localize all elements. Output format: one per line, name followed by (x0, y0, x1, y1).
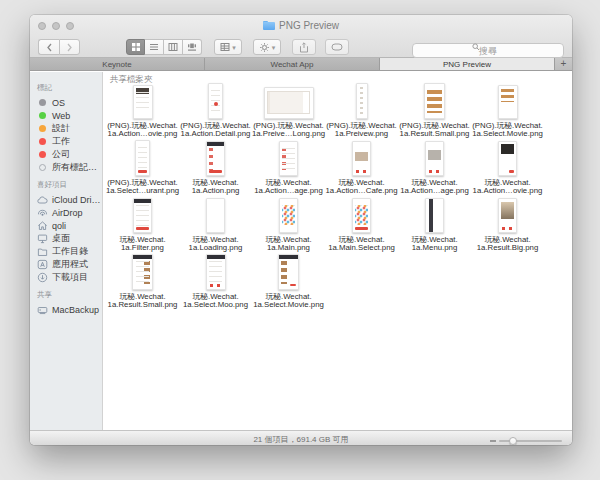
window-title: PNG Preview (30, 20, 572, 31)
thumbnail-detail-photo-mid (355, 152, 369, 161)
sidebar-item-icloud-dri[interactable]: iCloud Dri… (37, 193, 102, 206)
file-item[interactable]: 玩秘.Wechat.1a.Select.Moo.png (179, 254, 252, 311)
coverflow-view-button[interactable] (183, 39, 202, 55)
sidebar-item-工作[interactable]: 工作 (37, 135, 102, 148)
file-thumbnail[interactable] (135, 140, 150, 176)
tag-color-dot (39, 99, 46, 106)
airdrop-icon (37, 207, 48, 218)
file-item[interactable]: 玩秘.Wechat.1a.Action…ovie.png (471, 140, 544, 197)
file-item[interactable]: 玩秘.Wechat.1a.Select.Movie.png (252, 254, 325, 311)
file-item[interactable]: (PNG).玩秘.Wechat.1a.Result.Small.png (398, 83, 471, 140)
file-thumbnail[interactable] (264, 87, 314, 119)
sidebar-item-qoli[interactable]: qoli (37, 219, 102, 232)
share-button[interactable] (292, 39, 316, 55)
back-button[interactable] (38, 39, 59, 55)
file-item[interactable]: 玩秘.Wechat.1a.Main.png (252, 197, 325, 254)
list-view-button[interactable] (145, 39, 164, 55)
thumbnail-detail-dark-sidebar (429, 199, 434, 232)
slider-knob[interactable] (509, 437, 517, 445)
file-name: 玩秘.Wechat.1a.Action.png (192, 179, 240, 196)
sidebar-item-桌面[interactable]: 桌面 (37, 232, 102, 245)
file-thumbnail[interactable] (206, 141, 225, 176)
file-name: 玩秘.Wechat.1a.Select.Moo.png (183, 293, 248, 310)
thumbnail-detail-lines (136, 92, 149, 113)
chevron-down-icon: ▾ (232, 44, 236, 51)
thumbnail-detail-grid-color (355, 205, 367, 225)
sidebar-item-設計[interactable]: 設計 (37, 122, 102, 135)
file-thumbnail[interactable] (425, 141, 444, 176)
file-item[interactable]: 玩秘.Wechat.1a.Result.Big.png (471, 197, 544, 254)
icon-view-button[interactable] (126, 39, 145, 55)
file-item[interactable]: 玩秘.Wechat.1a.Action.png (179, 140, 252, 197)
sidebar-item-os[interactable]: OS (37, 96, 102, 109)
file-thumbnail[interactable] (424, 83, 445, 119)
file-thumbnail[interactable] (356, 83, 368, 119)
arrange-menu-button[interactable]: ▾ (214, 39, 242, 55)
file-thumbnail[interactable] (352, 141, 371, 176)
file-name: 玩秘.Wechat.1a.Action…ovie.png (473, 179, 543, 196)
tab-keynote[interactable]: Keynote (30, 58, 205, 70)
sidebar-item-label: OS (52, 98, 65, 108)
file-item[interactable]: 玩秘.Wechat.1a.Menu.png (398, 197, 471, 254)
tab-wechat-app[interactable]: Wechat App (205, 58, 380, 70)
file-item[interactable]: (PNG).玩秘.Wechat.1a.Preive…Long.png (252, 83, 325, 140)
file-item[interactable]: (PNG).玩秘.Wechat.1a.Select.Movie.png (471, 83, 544, 140)
new-tab-button[interactable]: + (555, 58, 572, 70)
title-bar[interactable]: PNG Preview (30, 15, 572, 37)
sidebar-item-airdrop[interactable]: AirDrop (37, 206, 102, 219)
file-thumbnail[interactable] (352, 198, 371, 233)
icon-size-slider[interactable] (490, 437, 562, 445)
file-thumbnail[interactable] (206, 254, 226, 290)
file-item[interactable]: 玩秘.Wechat.1a.Main.Select.png (325, 197, 398, 254)
thumbnail-detail-darkhead (134, 199, 151, 203)
tag-icon (331, 43, 343, 51)
file-browser[interactable]: 共享檔案夾 (PNG).玩秘.Wechat.1a.Action…ovie.png… (103, 72, 572, 430)
column-view-button[interactable] (164, 39, 183, 55)
sidebar-item-應用程式[interactable]: 應用程式 (37, 258, 102, 271)
thumbnail-detail-lines (138, 147, 147, 169)
slider-track[interactable] (499, 440, 562, 442)
file-thumbnail[interactable] (279, 198, 298, 233)
thumbnail-detail-vtext (360, 87, 363, 115)
thumbnail-detail-redbtn (355, 227, 367, 230)
thumbnail-detail-photo-big (501, 202, 515, 219)
sidebar-item-公司[interactable]: 公司 (37, 148, 102, 161)
file-thumbnail[interactable] (132, 254, 153, 290)
file-item[interactable]: (PNG).玩秘.Wechat.1a.Action…ovie.png (106, 83, 179, 140)
tag-color-dot (39, 112, 46, 119)
file-item[interactable]: (PNG).玩秘.Wechat.1a.Action.Detail.png (179, 83, 252, 140)
file-thumbnail[interactable] (278, 254, 299, 290)
file-item[interactable]: (PNG).玩秘.Wechat.1a.Select…urant.png (106, 140, 179, 197)
file-thumbnail[interactable] (206, 198, 225, 233)
tags-button[interactable] (325, 39, 349, 55)
file-thumbnail[interactable] (133, 198, 152, 233)
thumbnail-detail-panels (267, 91, 309, 113)
sidebar-item-所有標記[interactable]: 所有標記… (37, 161, 102, 174)
file-thumbnail[interactable] (498, 85, 518, 119)
file-thumbnail[interactable] (425, 198, 444, 233)
sidebar-item-下載項目[interactable]: 下載項目 (37, 271, 102, 284)
forward-button[interactable] (59, 39, 80, 55)
file-item[interactable]: 玩秘.Wechat.1a.Action…age.png (398, 140, 471, 197)
sidebar-item-web[interactable]: Web (37, 109, 102, 122)
file-item[interactable]: 玩秘.Wechat.1a.Filter.png (106, 197, 179, 254)
file-name: 玩秘.Wechat.1a.Action…age.png (254, 179, 323, 196)
file-item[interactable]: 玩秘.Wechat.1a.Action…age.png (252, 140, 325, 197)
sidebar-item-macbackup[interactable]: MacBackup (37, 303, 102, 316)
file-item[interactable]: 玩秘.Wechat.1a.Loading.png (179, 197, 252, 254)
file-item[interactable]: (PNG).玩秘.Wechat.1a.Preivew.png (325, 83, 398, 140)
file-thumbnail[interactable] (498, 141, 517, 176)
file-thumbnail[interactable] (208, 83, 223, 119)
sidebar-item-label: MacBackup (52, 305, 99, 315)
file-thumbnail[interactable] (133, 85, 153, 119)
tab-png-preview[interactable]: PNG Preview (380, 58, 555, 70)
file-thumbnail[interactable] (498, 198, 517, 233)
file-item[interactable]: 玩秘.Wechat.1a.Action…Cafe.png (325, 140, 398, 197)
chevron-right-icon (65, 43, 74, 52)
search-input[interactable] (412, 43, 564, 58)
file-thumbnail[interactable] (279, 141, 298, 176)
sidebar-item-工作目錄[interactable]: 工作目錄 (37, 245, 102, 258)
sidebar-section-header: 喜好項目 (37, 180, 102, 190)
file-item[interactable]: 玩秘.Wechat.1a.Result.Small.png (106, 254, 179, 311)
action-menu-button[interactable]: ▾ (253, 39, 281, 55)
